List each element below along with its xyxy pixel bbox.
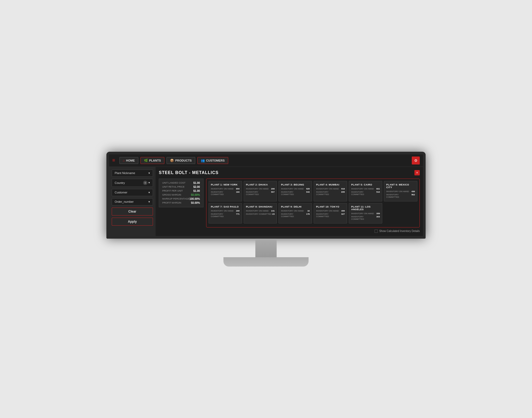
chevron-down-icon: ▾ <box>148 191 150 194</box>
hamburger-icon[interactable]: ≡ <box>112 158 115 163</box>
home-icon: ⌂ <box>123 159 125 162</box>
plant-card: PLANT 5: CAIRO INVENTORY ON HAND 661 INV… <box>349 181 382 201</box>
plant-stat-committed: INVENTORY COMMITTED 907 <box>246 191 275 196</box>
close-button[interactable]: × <box>414 170 420 175</box>
gear-button[interactable]: ⚙ <box>412 157 420 164</box>
plant-name: PLANT 3: BEIJING <box>281 183 310 186</box>
clear-button[interactable]: Clear <box>112 208 153 216</box>
plant-stat-committed: INVENTORY COMMITTED 23 <box>246 213 275 215</box>
plant-stat-on-hand: INVENTORY ON HAND 359 <box>351 212 380 215</box>
sidebar: Plant Nickname ▾ Country 0 ▾ Customer ▾ <box>109 167 156 236</box>
plant-stat-committed: INVENTORY COMMITTED 943 <box>281 191 310 196</box>
plants-container: PLANT 1: NEW YORK INVENTORY ON HAND 894 … <box>206 179 420 227</box>
plant-name: PLANT 11: LOS ANGELES <box>351 205 380 211</box>
plant-card: PLANT 11: LOS ANGELES INVENTORY ON HAND … <box>349 203 382 223</box>
plant-name: PLANT 9: DELHI <box>281 205 310 208</box>
plant-name: PLANT 2: DHAKA <box>246 183 275 186</box>
products-icon: 📦 <box>170 159 174 162</box>
monitor-stand-neck <box>255 239 277 257</box>
show-calculated-label: Show Calculated Inventory Details <box>379 230 420 233</box>
nav-btn-home[interactable]: ⌂ HOME <box>119 157 138 164</box>
plant-stat-committed: INVENTORY COMMITTED 510 <box>351 191 380 196</box>
plant-stat-committed: INVENTORY COMMITTED 184 <box>211 191 240 196</box>
stats-panel: UNIT LANDED COST $1.00 UNIT RETAIL PRICE… <box>159 179 203 207</box>
chevron-down-icon: ▾ <box>148 200 150 204</box>
monitor-wrapper: ≡ ⌂ HOME 🌿 PLANTS 📦 PRODUCTS 👥 CUSTOMERS <box>106 152 426 267</box>
monitor-screen: ≡ ⌂ HOME 🌿 PLANTS 📦 PRODUCTS 👥 CUSTOMERS <box>106 152 426 239</box>
stat-profit-per-unit: PROFIT PER UNIT $1.00 <box>162 189 200 192</box>
plant-name: PLANT 7: SAO PAULO <box>211 205 240 208</box>
country-dropdown[interactable]: Country 0 ▾ <box>112 179 153 187</box>
plant-card: PLANT 3: BEIJING INVENTORY ON HAND 929 I… <box>279 181 312 201</box>
plant-card: PLANT 9: DELHI INVENTORY ON HAND 16 INVE… <box>279 203 312 223</box>
stat-profit-margin: PROFIT MARGIN 50.00% <box>162 201 200 204</box>
plant-stat-committed: INVENTORY COMMITTED 303 <box>351 216 380 220</box>
product-title: STEEL BOLT - METALLICS <box>159 170 219 175</box>
plant-stat-on-hand: INVENTORY ON HAND 894 <box>211 188 240 190</box>
plants-icon: 🌿 <box>144 159 148 162</box>
plant-stat-on-hand: INVENTORY ON HAND 208 <box>246 188 275 190</box>
stat-unit-retail-price: UNIT RETAIL PRICE $2.00 <box>162 185 200 188</box>
gear-icon: ⚙ <box>414 158 418 163</box>
stat-unit-landed-cost: UNIT LANDED COST $1.00 <box>162 181 200 184</box>
stats-plants-container: UNIT LANDED COST $1.00 UNIT RETAIL PRICE… <box>159 179 420 227</box>
app: ≡ ⌂ HOME 🌿 PLANTS 📦 PRODUCTS 👥 CUSTOMERS <box>109 154 423 236</box>
stat-gross-margin: GROSS MARGIN 50.00% <box>162 193 200 196</box>
plant-stat-on-hand: INVENTORY ON HAND 141 <box>246 210 275 212</box>
plant-name: PLANT 1: NEW YORK <box>211 183 240 186</box>
plant-card: PLANT 1: NEW YORK INVENTORY ON HAND 894 … <box>209 181 242 201</box>
nav-btn-products[interactable]: 📦 PRODUCTS <box>167 157 195 164</box>
chevron-down-icon: ▾ <box>148 171 150 175</box>
country-badge: 0 <box>143 181 147 185</box>
plant-stat-on-hand: INVENTORY ON HAND 16 <box>281 210 310 212</box>
plant-name: PLANT 5: CAIRO <box>351 183 380 186</box>
plant-nickname-dropdown[interactable]: Plant Nickname ▾ <box>112 170 153 177</box>
chevron-down-icon: ▾ <box>148 181 150 184</box>
plant-name: PLANT 10: TOKYO <box>316 205 345 208</box>
customer-dropdown[interactable]: Customer ▾ <box>112 189 153 196</box>
nav-btn-customers[interactable]: 👥 CUSTOMERS <box>197 157 228 164</box>
plant-card: PLANT 6: MEXICO CITY INVENTORY ON HAND 4… <box>384 181 417 201</box>
plant-stat-committed: INVENTORY COMMITTED 178 <box>281 213 310 218</box>
plant-stat-committed: INVENTORY COMMITTED 562 <box>386 193 415 198</box>
plant-stat-committed: INVENTORY COMMITTED 655 <box>316 191 345 196</box>
plant-stat-on-hand: INVENTORY ON HAND 661 <box>351 188 380 190</box>
order-number-dropdown[interactable]: Order_number ▾ <box>112 198 153 205</box>
plant-stat-on-hand: INVENTORY ON HAND 269 <box>211 210 240 212</box>
main-layout: Plant Nickname ▾ Country 0 ▾ Customer ▾ <box>109 167 423 236</box>
nav-btn-plants[interactable]: 🌿 PLANTS <box>140 157 164 164</box>
stat-markup-percentage: MARKUP PERCENTAGE 100.00% <box>162 197 200 200</box>
customers-icon: 👥 <box>201 159 205 162</box>
content-area: STEEL BOLT - METALLICS × UNIT LANDED COS… <box>156 167 423 236</box>
plant-card: PLANT 4: MUMBAI INVENTORY ON HAND 918 IN… <box>314 181 347 201</box>
plant-stat-on-hand: INVENTORY ON HAND 499 <box>316 210 345 212</box>
plants-grid-row1: PLANT 1: NEW YORK INVENTORY ON HAND 894 … <box>209 181 417 201</box>
plant-name: PLANT 8: SHANGHAI <box>246 205 275 208</box>
plant-stat-committed: INVENTORY COMMITTED 327 <box>316 213 345 218</box>
plant-name: PLANT 6: MEXICO CITY <box>386 183 415 189</box>
plant-stat-on-hand: INVENTORY ON HAND 918 <box>316 188 345 190</box>
monitor-stand-base <box>223 257 309 267</box>
plant-card: PLANT 2: DHAKA INVENTORY ON HAND 208 INV… <box>244 181 277 201</box>
navbar: ≡ ⌂ HOME 🌿 PLANTS 📦 PRODUCTS 👥 CUSTOMERS <box>109 154 423 167</box>
plant-card: PLANT 8: SHANGHAI INVENTORY ON HAND 141 … <box>244 203 277 223</box>
plant-name: PLANT 4: MUMBAI <box>316 183 345 186</box>
content-header: STEEL BOLT - METALLICS × <box>159 170 420 175</box>
show-calculated-checkbox[interactable] <box>375 230 378 233</box>
plant-card: PLANT 7: SAO PAULO INVENTORY ON HAND 269… <box>209 203 242 223</box>
plants-grid-row2: PLANT 7: SAO PAULO INVENTORY ON HAND 269… <box>209 203 417 223</box>
plants-border: PLANT 1: NEW YORK INVENTORY ON HAND 894 … <box>206 179 420 227</box>
plant-card: PLANT 10: TOKYO INVENTORY ON HAND 499 IN… <box>314 203 347 223</box>
plant-stat-on-hand: INVENTORY ON HAND 929 <box>281 188 310 190</box>
plant-stat-committed: INVENTORY COMMITTED 771 <box>211 213 240 218</box>
footer-area: Show Calculated Inventory Details <box>159 227 420 233</box>
plant-stat-on-hand: INVENTORY ON HAND 436 <box>386 190 415 193</box>
apply-button[interactable]: Apply <box>112 218 153 226</box>
